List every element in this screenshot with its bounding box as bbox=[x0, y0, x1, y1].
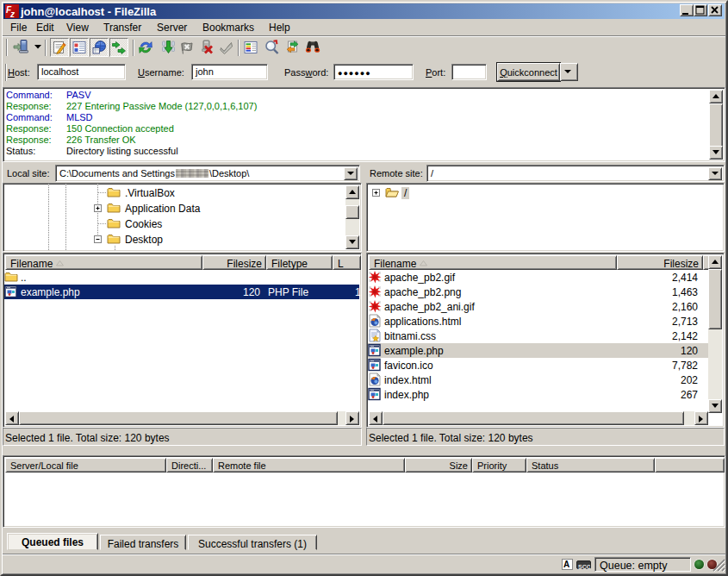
svg-text:z: z bbox=[9, 9, 15, 18]
svg-text:SCO: SCO bbox=[578, 564, 590, 570]
svg-text:A: A bbox=[563, 560, 569, 569]
